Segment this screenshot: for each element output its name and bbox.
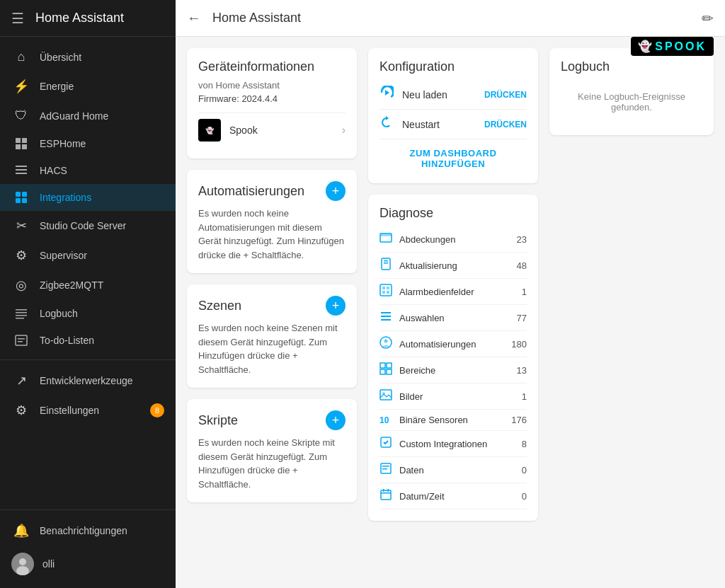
sidebar-bottom: 🔔 Benachrichtigungen olli [0,509,176,588]
abdeckungen-icon [379,231,399,247]
diagnose-row-automatisierungen[interactable]: Automatisierungen 180 [379,331,527,357]
diagnose-title: Diagnose [379,206,527,221]
svg-rect-16 [18,338,25,340]
svg-rect-5 [16,169,27,171]
col-mid: Konfiguration Neu laden DRÜCKEN Neustart… [368,48,538,521]
diagnose-row-bereiche[interactable]: Bereiche 13 [379,357,527,384]
edit-button[interactable]: ✏ [702,10,714,27]
svg-rect-47 [382,468,387,470]
sidebar-item-zigbee2mqtt[interactable]: ◎ Zigbee2MQTT [0,270,176,300]
shield-icon: 🛡 [11,108,31,123]
diagnose-row-abdeckungen[interactable]: Abdeckungen 23 [379,226,527,253]
sidebar-header: ☰ Home Assistant [0,0,176,37]
geraeteinformationen-title: Geräteinformationen [198,59,346,74]
sidebar-item-uebersicht[interactable]: ⌂ Übersicht [0,42,176,71]
sidebar-item-developer[interactable]: ↗ Entwicklerwerkzeuge [0,366,176,396]
col-right: Logbuch Keine Logbuch-Ereignisse gefunde… [549,48,714,135]
skripte-header: Skripte + [198,410,346,430]
logbuch-empty: Keine Logbuch-Ereignisse gefunden. [561,80,702,124]
custom-icon [379,436,399,451]
avatar [11,553,34,575]
sidebar-app-title: Home Assistant [35,11,124,25]
supervisor-icon: ⚙ [11,248,31,263]
svg-rect-26 [384,260,388,262]
sidebar-item-settings[interactable]: ⚙ Einstellungen 8 [0,396,176,425]
svg-rect-28 [380,284,392,296]
daten-label: Daten [399,465,522,475]
automatisierungen-empty: Es wurden noch keine Automatisierungen m… [198,207,346,262]
diagnose-card: Diagnose Abdeckungen 23 Aktualisierung 4… [368,195,538,521]
datum-zeit-value: 0 [522,491,527,502]
diagnose-row-auswahlen[interactable]: Auswahlen 77 [379,305,527,331]
diagnose-row-datum-zeit[interactable]: Datum/Zeit 0 [379,483,527,509]
szenen-empty: Es wurden noch keine Szenen mit diesem G… [198,321,346,376]
spook-name: Spook [229,125,342,136]
diagnose-row-daten[interactable]: Daten 0 [379,457,527,483]
diagnose-row-custom[interactable]: Custom Integrationen 8 [379,431,527,457]
diagnose-row-aktualisierung[interactable]: Aktualisierung 48 [379,253,527,279]
svg-rect-32 [387,291,389,294]
automatisierungen-add-button[interactable]: + [326,181,346,201]
integration-row-spook[interactable]: 👻 Spook › [198,113,346,147]
svg-rect-2 [16,144,21,149]
sidebar-item-todo[interactable]: To-do-Listen [0,327,176,354]
dashboard-btn[interactable]: ZUM DASHBOARDHINZUFÜGEN [379,139,527,172]
skripte-add-button[interactable]: + [326,410,346,430]
spook-banner: 👻 SPOOK [631,37,714,56]
bereiche-icon [379,362,399,378]
sidebar-item-adguard[interactable]: 🛡 AdGuard Home [0,101,176,130]
sidebar-item-studio[interactable]: ✂ Studio Code Server [0,211,176,241]
svg-rect-3 [22,144,27,149]
sidebar-label-uebersicht: Übersicht [40,52,81,63]
svg-rect-33 [381,312,391,313]
automatisierungen-title: Automatisierungen [198,184,326,199]
svg-rect-7 [16,192,21,197]
svg-rect-39 [387,363,392,368]
diagnose-row-bilder[interactable]: Bilder 1 [379,384,527,410]
geraeteinformationen-card: Geräteinformationen von Home Assistant F… [187,48,357,158]
abdeckungen-label: Abdeckungen [399,234,517,245]
konfiguration-card: Konfiguration Neu laden DRÜCKEN Neustart… [368,48,538,183]
svg-rect-14 [16,318,24,319]
binaere-value: 176 [511,415,527,425]
neustart-button[interactable]: DRÜCKEN [484,120,527,129]
custom-value: 8 [522,439,527,449]
sidebar-item-logbuch[interactable]: Logbuch [0,300,176,327]
svg-point-37 [384,340,388,343]
svg-rect-10 [22,198,27,203]
skripte-empty: Es wurden noch keine Skripte mit diesem … [198,436,346,491]
szenen-add-button[interactable]: + [326,296,346,316]
sidebar-label-logbuch: Logbuch [40,308,78,319]
sidebar-item-energie[interactable]: ⚡ Energie [0,71,176,101]
content-area: Geräteinformationen von Home Assistant F… [176,37,725,588]
svg-rect-11 [16,309,27,311]
sidebar-label-todo: To-do-Listen [40,335,94,346]
back-button[interactable]: ← [187,10,201,26]
svg-rect-13 [16,315,27,316]
diagnose-row-binaere[interactable]: 10 Binäre Sensoren 176 [379,410,527,431]
sidebar-user[interactable]: olli [0,546,176,582]
sidebar-item-notifications[interactable]: 🔔 Benachrichtigungen [0,516,176,546]
skripte-card: Skripte + Es wurden noch keine Skripte m… [187,399,357,502]
svg-rect-51 [388,489,389,492]
szenen-header: Szenen + [198,296,346,316]
menu-icon[interactable]: ☰ [11,10,24,27]
svg-rect-6 [16,173,27,174]
svg-rect-38 [380,363,385,368]
logbuch-icon [11,307,31,320]
sidebar-item-esphome[interactable]: ESPHome [0,130,176,157]
sidebar-item-integrations[interactable]: Integrations [0,184,176,211]
todo-icon [11,334,31,347]
sidebar-item-supervisor[interactable]: ⚙ Supervisor [0,241,176,270]
sidebar-label-supervisor: Supervisor [40,250,87,261]
szenen-title: Szenen [198,299,326,313]
sidebar-label-integrations: Integrations [40,192,91,203]
svg-rect-50 [383,489,384,492]
alarmbedienfelder-value: 1 [522,287,527,297]
aktualisierung-icon [379,258,399,273]
diagnose-row-alarmbedienfelder[interactable]: Alarmbedienfelder 1 [379,279,527,305]
sidebar-item-hacs[interactable]: HACS [0,157,176,184]
svg-rect-48 [381,490,391,500]
svg-rect-25 [382,258,390,270]
neu-laden-button[interactable]: DRÜCKEN [484,90,527,100]
